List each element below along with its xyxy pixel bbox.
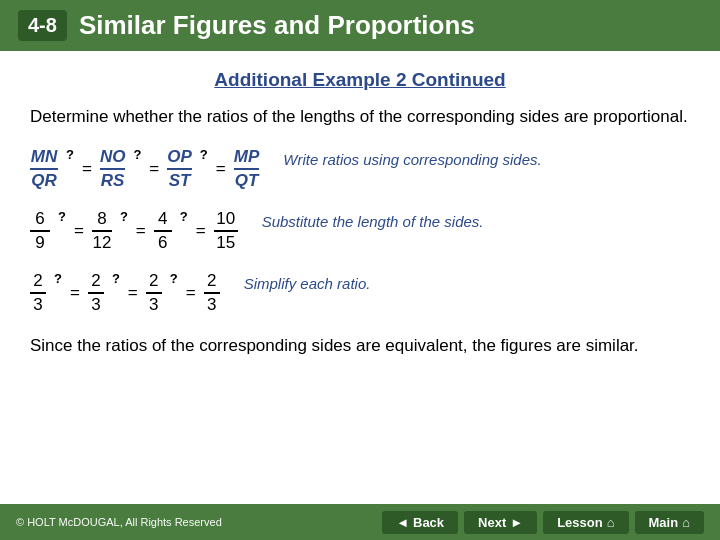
fraction-2-3-a: 2 3 [30, 271, 46, 315]
step1-block: MN QR ? = NO RS ? = OP ST ? = [30, 147, 690, 191]
fraction-2-3-c: 2 3 [146, 271, 162, 315]
main-icon: ⌂ [682, 515, 690, 530]
fraction-2-3-d: 2 3 [204, 271, 220, 315]
main-button[interactable]: Main ⌂ [635, 511, 704, 534]
step3-explanation: Simplify each ratio. [244, 271, 690, 292]
fraction-6-9: 6 9 [30, 209, 50, 253]
back-button[interactable]: ◄ Back [382, 511, 458, 534]
next-arrow-icon: ► [510, 515, 523, 530]
step1-explanation: Write ratios using corresponding sides. [283, 147, 690, 168]
step3-math: 2 3 ? = 2 3 ? = 2 3 ? = [30, 271, 220, 315]
step1-math: MN QR ? = NO RS ? = OP ST ? = [30, 147, 259, 191]
description: Determine whether the ratios of the leng… [30, 105, 690, 129]
lesson-button[interactable]: Lesson ⌂ [543, 511, 628, 534]
fraction-mp-qt: MP QT [234, 147, 260, 191]
back-arrow-icon: ◄ [396, 515, 409, 530]
fraction-10-15: 10 15 [214, 209, 238, 253]
lesson-home-icon: ⌂ [607, 515, 615, 530]
footer: © HOLT McDOUGAL, All Rights Reserved ◄ B… [0, 504, 720, 540]
fraction-mn-qr: MN QR [30, 147, 58, 191]
step3-block: 2 3 ? = 2 3 ? = 2 3 ? = [30, 271, 690, 315]
fraction-4-6: 4 6 [154, 209, 172, 253]
step2-block: 6 9 ? = 8 12 ? = 4 6 ? = [30, 209, 690, 253]
step2-math: 6 9 ? = 8 12 ? = 4 6 ? = [30, 209, 238, 253]
fraction-8-12: 8 12 [92, 209, 112, 253]
header-title: Similar Figures and Proportions [79, 10, 475, 41]
fraction-no-rs: NO RS [100, 147, 126, 191]
conclusion: Since the ratios of the corresponding si… [30, 333, 690, 359]
step2-explanation: Substitute the length of the sides. [262, 209, 690, 230]
next-button[interactable]: Next ► [464, 511, 537, 534]
fraction-op-st: OP ST [167, 147, 192, 191]
header: 4-8 Similar Figures and Proportions [0, 0, 720, 51]
fraction-2-3-b: 2 3 [88, 271, 104, 315]
footer-buttons: ◄ Back Next ► Lesson ⌂ Main ⌂ [382, 511, 704, 534]
lesson-badge: 4-8 [18, 10, 67, 41]
copyright: © HOLT McDOUGAL, All Rights Reserved [16, 516, 222, 528]
section-title: Additional Example 2 Continued [30, 69, 690, 91]
main-content: Additional Example 2 Continued Determine… [0, 51, 720, 368]
